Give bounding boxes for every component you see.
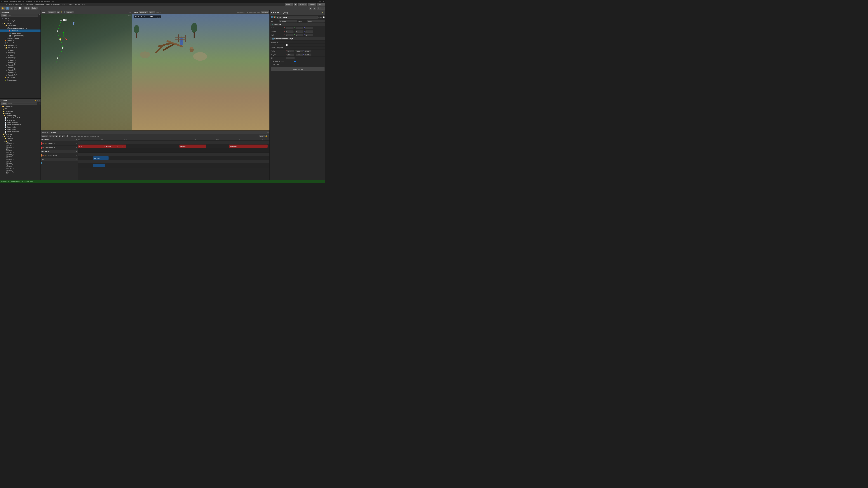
mute-audio-btn[interactable]: Mute Audio xyxy=(249,11,256,13)
scene-audio-icon[interactable]: 🔊 xyxy=(64,11,65,13)
timeline-menu-icon[interactable]: ≡ xyxy=(268,132,269,133)
h-item-waypoint4[interactable]: ⬡Waypoint (4) xyxy=(0,59,41,62)
p-item-audiomixers[interactable]: 📁AudioMixers xyxy=(0,110,41,112)
p-item-level1[interactable]: 🎬Level_1 xyxy=(0,142,41,144)
menu-file[interactable]: File xyxy=(1,3,3,5)
h-item-eventsystem[interactable]: ⚡EventSystem xyxy=(0,76,41,79)
h-item-cinemachine[interactable]: ▾📁Cinemachine xyxy=(0,25,41,27)
p-item-resources[interactable]: 📁Resources xyxy=(0,133,41,135)
h-item-soundtrack[interactable]: 🔊Soundtrack xyxy=(0,42,41,44)
render-camera-track-2[interactable]: 🔇 🔒 Render Camera ⚙ xyxy=(41,146,78,150)
game-display-select[interactable]: Display 1 xyxy=(139,11,148,13)
menu-window[interactable]: Window xyxy=(74,3,80,5)
p-item-inventory[interactable]: 📁Inventory xyxy=(0,138,41,140)
h-item-waypoint1[interactable]: ⬡Waypoint (1) xyxy=(0,52,41,54)
h-item-waypoint[interactable]: ⬡Waypoint xyxy=(0,49,41,52)
p-item-trailer-warrior[interactable]: 📄Trailer_warrior xyxy=(0,126,41,128)
ui-track[interactable] xyxy=(41,161,78,165)
h-item-dollypath[interactable]: ▾🎬Gameplay Level 1 Dolly RO xyxy=(0,27,41,30)
p-item-level1b[interactable]: 🎬Level_1 xyxy=(0,158,41,160)
render-camera-2-clips[interactable] xyxy=(78,148,270,153)
step-button[interactable]: ⏭ xyxy=(321,6,324,10)
clip-vocs-over[interactable]: vocs_over... xyxy=(93,156,109,160)
p-item-level4[interactable]: 🎬Level_4 xyxy=(0,149,41,151)
scene-2d-btn[interactable]: 2D xyxy=(57,11,60,13)
layout-button[interactable]: Layout ▾ xyxy=(317,3,325,6)
project-lock-icon[interactable]: 🔒 xyxy=(35,100,36,101)
preview-btn[interactable]: Preview xyxy=(41,135,49,137)
p-item-level2[interactable]: 🎬Level_2 xyxy=(0,145,41,147)
characters-section-header[interactable]: ▾ Characters + xyxy=(41,150,78,153)
tag-select[interactable]: Untagged xyxy=(279,20,297,22)
h-item-waypoint9[interactable]: ⬡Waypoint (9) xyxy=(0,71,41,74)
p-item-level3b[interactable]: 🎬Level_3 xyxy=(0,163,41,165)
stats-btn[interactable]: Stats xyxy=(257,11,260,13)
wp-tan-y-input[interactable] xyxy=(296,54,303,56)
pos-x-input[interactable] xyxy=(286,27,293,29)
inspector-tab[interactable]: Inspector xyxy=(271,11,280,14)
game-viewport[interactable]: CM Render Camera: CM gameplay xyxy=(132,14,270,130)
scene-tab[interactable]: Scene xyxy=(41,11,47,13)
obj-name-input[interactable] xyxy=(277,16,318,18)
play-button[interactable]: ▶ xyxy=(313,6,316,10)
minimize-btn[interactable]: ─ xyxy=(316,0,318,2)
p-item-level2b[interactable]: 🎬Level_2 xyxy=(0,160,41,162)
track-lock-icon-2[interactable]: 🔒 xyxy=(44,147,46,148)
p-item-level7[interactable]: 🎬Level_7 xyxy=(0,156,41,158)
track-lock-icon[interactable]: 🔒 xyxy=(44,143,46,144)
p-item-level4b[interactable]: 🎬Level_4 xyxy=(0,165,41,167)
pos-y-input[interactable] xyxy=(296,27,303,29)
pivot-button[interactable]: Pivot xyxy=(24,6,30,9)
scene-lighting-icon[interactable]: 💡 xyxy=(61,11,63,13)
tl-start-btn[interactable]: ⏮ xyxy=(49,135,52,137)
maximize-btn[interactable]: □ xyxy=(319,0,321,2)
ui-track-clips[interactable] xyxy=(78,163,270,168)
hierarchy-create-btn[interactable]: Create xyxy=(1,14,6,17)
p-item-scenes[interactable]: ▾📁Scenes xyxy=(0,135,41,138)
roll-input[interactable] xyxy=(286,57,294,59)
menu-edit[interactable]: Edit xyxy=(5,3,7,5)
h-item-waypoint8[interactable]: ⬡Waypoint (8) xyxy=(0,69,41,71)
project-search-icon[interactable]: 🔍 xyxy=(37,100,38,101)
h-item-cm-gameplay-jump[interactable]: 📷CM gameplay jump xyxy=(0,34,41,37)
menu-geometrybrush[interactable]: Geometry Brush xyxy=(62,3,73,5)
inspector-lock-icon[interactable]: 🔒 xyxy=(322,12,323,13)
render-camera-1-clips[interactable]: CM_I... CM overhead C... ... CM push2 CM… xyxy=(78,144,270,148)
ui-section-header[interactable]: ▾ UI + xyxy=(41,158,78,161)
menu-assets[interactable]: Assets xyxy=(9,3,14,5)
clip-cm-i[interactable]: CM_I... xyxy=(78,145,103,148)
p-item-level6b[interactable]: 🎬Level_6 xyxy=(0,170,41,172)
h-item-waypoint3[interactable]: ⬡Waypoint (3) xyxy=(0,57,41,59)
project-search-input[interactable] xyxy=(7,102,37,105)
obj-static-checkbox[interactable] xyxy=(323,16,324,18)
hierarchy-search-input[interactable] xyxy=(7,14,38,17)
h-item-cm-gameplay[interactable]: 📷CM gameplay xyxy=(0,32,41,34)
clip-dots[interactable]: ... xyxy=(122,145,126,148)
inspector-menu-icon[interactable]: ≡ xyxy=(324,12,324,13)
rot-y-input[interactable] xyxy=(296,31,303,33)
h-item-intro-sequence[interactable]: ▾📁IntroSequence xyxy=(0,47,41,49)
layer-select[interactable]: Default xyxy=(307,20,324,22)
timeline-tab[interactable]: Timeline xyxy=(49,131,57,134)
timeline-collapse-icon[interactable]: ⬇ xyxy=(266,132,266,133)
move-tool[interactable]: ✛ xyxy=(6,6,9,10)
p-item-levels[interactable]: ▾📁Levels xyxy=(0,140,41,142)
h-item-waypoint7[interactable]: ⬡Waypoint (7) xyxy=(0,66,41,69)
h-item-waypoint5[interactable]: ⬡Waypoint (5) xyxy=(0,62,41,64)
console-tab[interactable]: Console xyxy=(41,131,49,134)
h-item-waypoint-system[interactable]: ▸📁WaypointSystem xyxy=(0,44,41,47)
pos-z-input[interactable] xyxy=(306,27,313,29)
collab-button[interactable]: Collab ▾ xyxy=(285,3,293,6)
p-item-postprocessing[interactable]: ▾📁PostProcessing xyxy=(0,115,41,117)
p-item-ads[interactable]: 📁Ads xyxy=(0,108,41,110)
cinemachine-menu-icon[interactable]: ⚙ xyxy=(324,38,324,39)
p-item-level5b[interactable]: 🎬Level_5 xyxy=(0,167,41,170)
wp-tan-z-input[interactable] xyxy=(305,54,311,56)
scene-gizmos-btn[interactable]: Gizmos ▾ xyxy=(66,11,73,13)
tl-prev-btn[interactable]: ⏴ xyxy=(52,135,55,137)
maximize-on-play-btn[interactable]: Maximize On Play xyxy=(237,11,248,13)
game-aspect-select[interactable]: 16:9 xyxy=(149,11,155,13)
track-binding-icon[interactable]: ⚙ xyxy=(76,143,77,144)
cameras-add-btn[interactable]: + xyxy=(76,139,77,141)
clip-c[interactable]: C... xyxy=(116,145,122,148)
